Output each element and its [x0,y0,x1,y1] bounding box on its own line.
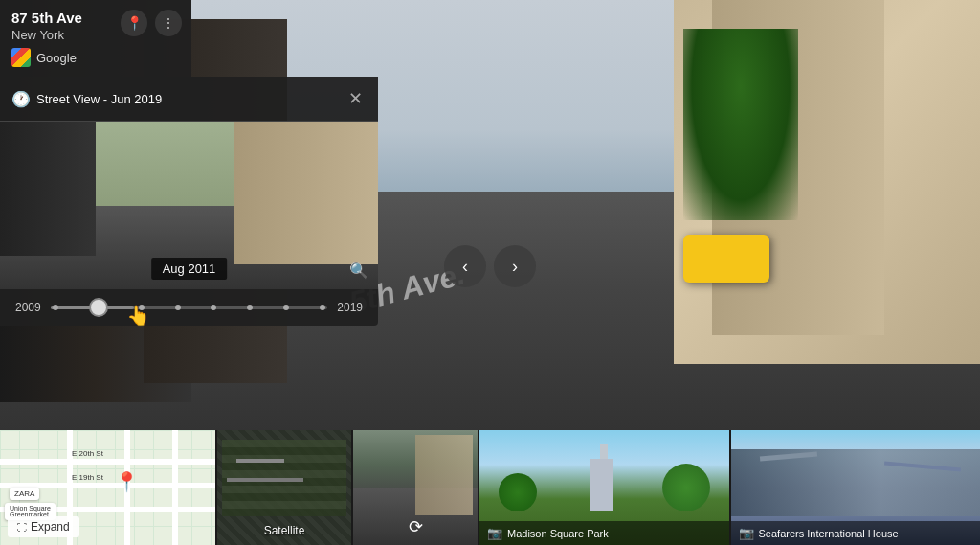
cursor-hand-icon: 👆 [126,304,150,327]
camera-icon-2: 📷 [739,526,754,540]
satellite-street-2 [227,478,303,482]
satellite-street-1 [236,459,284,463]
map-poi-zara: ZARA [10,488,39,500]
more-options-button[interactable]: ⋮ [155,10,182,36]
photo-label-bar-2: 📷 Seafarers International House [731,521,981,545]
park-tree-1 [499,473,537,511]
thumb-building-left [0,122,96,256]
info-icon-row: 📍 ⋮ [121,10,182,36]
slider-dot-8 [320,305,325,310]
nav-next-button[interactable]: › [494,245,536,287]
sv-building [415,435,473,515]
map-street-h1 [0,459,215,465]
slider-dot-5 [211,305,216,310]
slider-dots [51,298,328,317]
timeline-title-text: Street View - Jun 2019 [36,92,162,106]
google-label: Google [36,51,77,65]
photo-label-bar-1: 📷 Madison Square Park [479,521,729,545]
expand-label: Expand [31,520,70,534]
timeline-slider-track[interactable]: 👆 [51,306,328,309]
street-view-icon: ⟳ [409,516,423,537]
satellite-thumbnail[interactable]: Satellite [217,430,351,545]
google-logo-icon [11,48,31,67]
map-label-e20th: E 20th St [72,449,103,458]
timeline-title-row: 🕐 Street View - Jun 2019 [11,90,162,108]
timeline-slider-area: 2009 👆 2019 [0,289,378,326]
location-pin-button[interactable]: 📍 [121,10,147,36]
clock-icon: 🕐 [11,90,31,108]
thumb-building-right [234,122,378,264]
expand-button[interactable]: ⛶ Expand [8,516,79,537]
photo-seafarers-house[interactable]: 📷 Seafarers International House [731,430,981,545]
timeline-header: 🕐 Street View - Jun 2019 ✕ [0,77,378,122]
empire-state-body [590,459,613,511]
park-tree-2 [662,464,710,511]
map-thumbnail[interactable]: E 20th St E 19th St 📍 ZARA Union SquareG… [0,430,215,545]
map-label-e19th: E 19th St [72,473,103,482]
navigation-arrows: ‹ › [444,245,536,287]
camera-icon-1: 📷 [487,526,502,540]
year-start-label: 2009 [15,301,41,314]
search-icon[interactable]: 🔍 [349,261,368,280]
photo-label-1: Madison Square Park [507,528,609,539]
map-pin: 📍 [115,470,139,493]
nav-prev-button[interactable]: ‹ [444,245,486,287]
google-logo-row: Google [11,48,180,67]
slider-dot-7 [283,305,289,310]
thumb-year-badge: Aug 2011 [151,258,228,280]
timeline-close-button[interactable]: ✕ [345,86,367,111]
taxi-vehicle [683,235,769,283]
map-street-v3 [172,430,178,545]
satellite-label: Satellite [264,524,305,537]
slider-thumb[interactable] [89,298,108,317]
expand-icon: ⛶ [17,522,27,533]
slider-dot-1 [53,305,58,310]
bottom-strip: E 20th St E 19th St 📍 ZARA Union SquareG… [0,430,980,545]
tree-decoration [683,29,798,220]
slider-dot-4 [175,305,181,310]
slider-dot-6 [247,305,253,310]
street-view-thumbnail[interactable]: ⟳ [353,430,478,545]
photo-label-2: Seafarers International House [759,528,899,539]
photo-madison-square-park[interactable]: 📷 Madison Square Park [479,430,729,545]
timeline-panel: 🕐 Street View - Jun 2019 ✕ Aug 2011 🔍 20… [0,77,378,326]
address-info-panel: 87 5th Ave New York 📍 ⋮ Google [0,0,191,77]
year-end-label: 2019 [337,301,363,314]
timeline-thumbnail[interactable]: Aug 2011 🔍 [0,122,378,289]
